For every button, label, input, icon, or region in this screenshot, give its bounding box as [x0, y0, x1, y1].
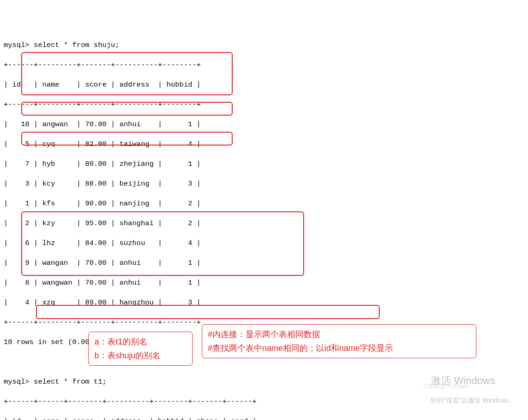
line: +------+---------+-------+----------+---…	[4, 100, 201, 109]
line: | id | name | score | address | hobbid |…	[4, 417, 257, 420]
line: | 10 | angwan | 70.00 | anhui | 1 |	[4, 120, 201, 128]
line: | 2 | kzy | 95.00 | shanghai | 2 |	[4, 219, 201, 228]
line: | 9 | wangan | 70.00 | anhui | 1 |	[4, 259, 201, 267]
line: | 5 | cyq | 82.00 | taiwang | 4 |	[4, 140, 201, 148]
line: mysql> select * from shuju;	[4, 41, 119, 49]
line: | 4 | xzq | 89.00 | hangzhou | 3 |	[4, 298, 201, 307]
ann-line: #内连接：显示两个表相同数据	[208, 330, 320, 339]
highlight-box-query	[36, 305, 380, 319]
wm-sub: 转到"设置"以激活 Windows。	[431, 396, 515, 406]
csdn-watermark: CSDN @YUEAwb	[423, 382, 468, 392]
line: mysql> select * from t1;	[4, 378, 106, 386]
annotation-explain: #内连接：显示两个表相同数据#查找两个表中name相同的；以id和name字段显…	[202, 324, 476, 358]
line: | 3 | kcy | 88.00 | beijing | 3 |	[4, 180, 201, 188]
ann-line: #查找两个表中name相同的；以id和name字段显示	[208, 344, 393, 353]
line: +------+------+--------+----------+-----…	[4, 397, 257, 406]
ann-line: b：表shuju的别名	[94, 351, 160, 360]
line: | 1 | kfs | 90.00 | nanjing | 2 |	[4, 199, 201, 208]
line: +------+---------+-------+----------+---…	[4, 61, 201, 69]
line: | id | name | score | address | hobbid |	[4, 81, 201, 89]
line: | 8 | wangwan | 70.00 | anhui | 1 |	[4, 279, 201, 287]
annotation-alias: a：表t1的别名b：表shuju的别名	[88, 332, 193, 366]
line: | 7 | hyb | 80.00 | zhejiang | 1 |	[4, 160, 201, 168]
line: +------+---------+-------+----------+---…	[4, 318, 201, 327]
ann-line: a：表t1的别名	[94, 337, 147, 346]
line: | 6 | lhz | 84.00 | suzhou | 4 |	[4, 239, 201, 247]
